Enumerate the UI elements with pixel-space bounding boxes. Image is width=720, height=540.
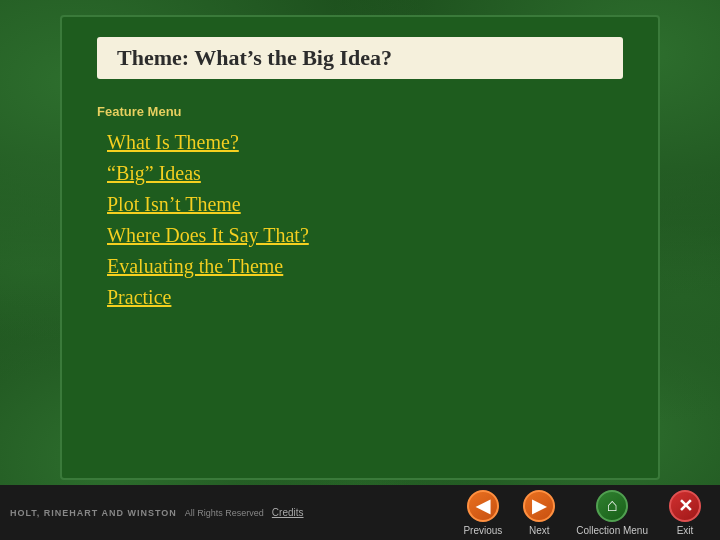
nav-btn-prev[interactable]: ◀Previous [455,486,510,540]
nav-btn-label-prev: Previous [463,525,502,536]
nav-btn-exit[interactable]: ✕Exit [660,486,710,540]
publisher-logo: HOLT, RINEHART AND WINSTON [10,508,177,518]
menu-link-item-5[interactable]: Evaluating the Theme [107,255,283,277]
menu-list-item[interactable]: Plot Isn’t Theme [107,193,623,216]
nav-btn-label-next: Next [529,525,550,536]
nav-btn-collection[interactable]: ⌂Collection Menu [568,486,656,540]
menu-list-item[interactable]: Where Does It Say That? [107,224,623,247]
next-icon: ▶ [523,490,555,522]
menu-link-item-6[interactable]: Practice [107,286,171,308]
publisher-info: HOLT, RINEHART AND WINSTON All Rights Re… [10,507,455,518]
slide-title: Theme: What’s the Big Idea? [117,45,392,70]
nav-btn-label-exit: Exit [677,525,694,536]
credits-link[interactable]: Credits [272,507,304,518]
menu-link-item-3[interactable]: Plot Isn’t Theme [107,193,241,215]
menu-list: What Is Theme?“Big” IdeasPlot Isn’t Them… [97,131,623,309]
slide-content: Theme: What’s the Big Idea? Feature Menu… [60,15,660,480]
bottom-bar: HOLT, RINEHART AND WINSTON All Rights Re… [0,485,720,540]
nav-btn-next[interactable]: ▶Next [514,486,564,540]
nav-btn-label-collection: Collection Menu [576,525,648,536]
menu-list-item[interactable]: Practice [107,286,623,309]
exit-icon: ✕ [669,490,701,522]
menu-link-item-1[interactable]: What Is Theme? [107,131,239,153]
prev-icon: ◀ [467,490,499,522]
collection-icon: ⌂ [596,490,628,522]
slide-title-box: Theme: What’s the Big Idea? [97,37,623,79]
menu-list-item[interactable]: What Is Theme? [107,131,623,154]
menu-list-item[interactable]: Evaluating the Theme [107,255,623,278]
nav-buttons: ◀Previous▶Next⌂Collection Menu✕Exit [455,486,710,540]
menu-list-item[interactable]: “Big” Ideas [107,162,623,185]
menu-link-item-4[interactable]: Where Does It Say That? [107,224,309,246]
feature-menu-label: Feature Menu [97,104,623,119]
rights-text: All Rights Reserved [185,508,264,518]
menu-link-item-2[interactable]: “Big” Ideas [107,162,201,184]
